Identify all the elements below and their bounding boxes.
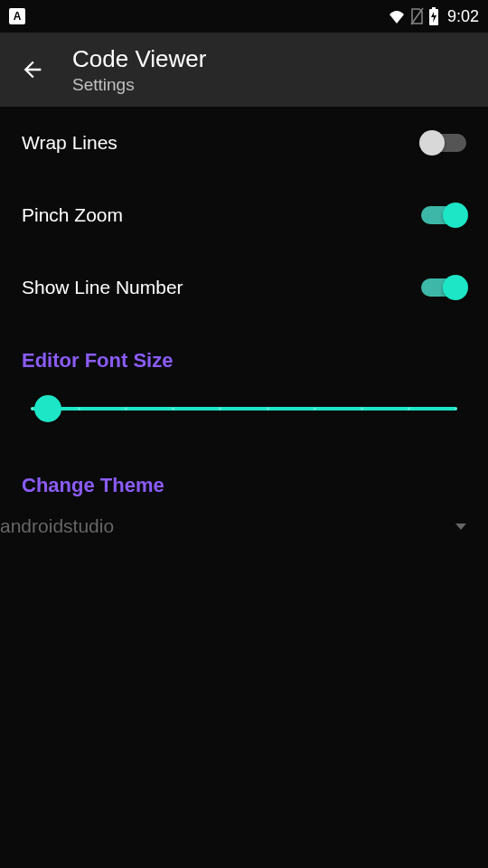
content: Wrap Lines Pinch Zoom Show Line Number E… — [0, 107, 488, 555]
svg-line-0 — [411, 8, 423, 24]
slider-tick-icon — [267, 408, 269, 410]
battery-icon — [427, 6, 440, 26]
toggle-knob-icon — [443, 203, 468, 228]
font-size-slider-container — [0, 373, 488, 448]
slider-tick-icon — [78, 408, 80, 410]
a-badge-icon: A — [9, 8, 25, 24]
setting-pinch-zoom[interactable]: Pinch Zoom — [0, 179, 488, 251]
slider-thumb[interactable] — [34, 395, 61, 422]
setting-wrap-lines[interactable]: Wrap Lines — [0, 107, 488, 179]
sim-icon — [409, 7, 424, 25]
slider-tick-icon — [361, 408, 363, 410]
slider-tick-icon — [455, 408, 457, 410]
slider-ticks — [31, 408, 457, 410]
svg-rect-2 — [432, 7, 436, 9]
section-header-font-size: Editor Font Size — [0, 324, 488, 373]
setting-show-line-number[interactable]: Show Line Number — [0, 251, 488, 324]
setting-label: Show Line Number — [22, 277, 183, 298]
slider-tick-icon — [172, 408, 174, 410]
setting-label: Pinch Zoom — [22, 204, 123, 226]
status-bar: A 9:02 — [0, 0, 488, 33]
slider-tick-icon — [125, 408, 127, 410]
dropdown-value: androidstudio — [0, 515, 114, 537]
wifi-icon — [388, 9, 406, 24]
status-left: A — [9, 8, 25, 24]
slider-track[interactable] — [31, 407, 457, 410]
app-bar: Code Viewer Settings — [0, 33, 488, 107]
clock: 9:02 — [447, 7, 479, 26]
chevron-down-icon — [455, 524, 466, 530]
back-button[interactable] — [14, 52, 51, 88]
slider-tick-icon — [31, 408, 33, 410]
app-title-main: Code Viewer — [72, 45, 206, 73]
toggle-knob-icon — [443, 275, 468, 300]
slider-tick-icon — [314, 408, 316, 410]
section-header-theme: Change Theme — [0, 448, 488, 497]
setting-label: Wrap Lines — [22, 132, 117, 154]
toggle-pinch-zoom[interactable] — [421, 206, 466, 224]
toggle-knob-icon — [419, 130, 445, 156]
status-right: 9:02 — [388, 6, 479, 26]
app-title: Code Viewer Settings — [72, 45, 206, 95]
slider-tick-icon — [219, 408, 221, 410]
toggle-wrap-lines[interactable] — [421, 134, 466, 152]
arrow-back-icon — [20, 57, 45, 82]
theme-dropdown[interactable]: androidstudio — [0, 497, 488, 555]
toggle-show-line-number[interactable] — [421, 278, 466, 297]
app-title-sub: Settings — [72, 75, 206, 95]
slider-tick-icon — [408, 408, 410, 410]
